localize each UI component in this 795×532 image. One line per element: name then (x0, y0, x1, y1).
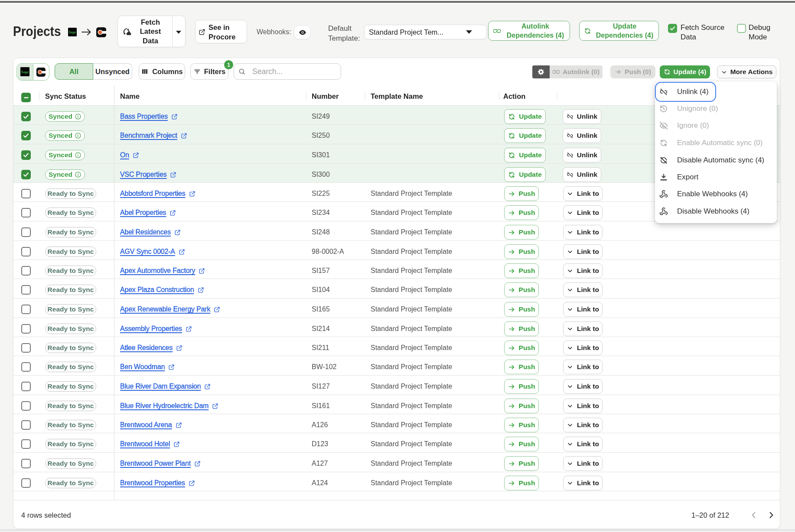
svg-text:Sage: Sage (68, 30, 76, 34)
svg-text:Sage: Sage (21, 70, 29, 74)
